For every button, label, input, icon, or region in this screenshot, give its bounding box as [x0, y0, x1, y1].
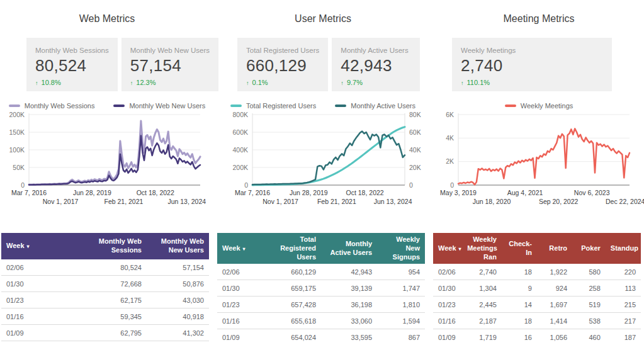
cell-value: 654,024	[259, 329, 321, 345]
cell-value: 2,445	[462, 297, 502, 313]
web-metrics-chart: 050K100K150K200KMar 7, 2016Nov 1, 2017Ju…	[1, 111, 213, 210]
cell-value: 538	[572, 313, 606, 329]
meeting-metrics-table: Week▾Weekly Meetings RanCheck-InRetroPok…	[433, 233, 641, 345]
sort-dropdown-icon[interactable]: ▾	[243, 246, 246, 252]
up-arrow-icon: ↑	[246, 80, 249, 86]
column-header-week[interactable]: Week▾	[433, 233, 462, 264]
axis-tick-label: Nov 1, 2017	[43, 198, 79, 205]
legend-label: Total Registered Users	[246, 102, 316, 110]
cell-value: 18	[502, 313, 537, 329]
axis-tick-label: Aug 4, 2021	[507, 189, 543, 196]
axis-tick-label: 20K	[409, 164, 421, 171]
table-row: 01/232,445141,697519215	[433, 297, 641, 313]
scorecard-value: 57,154	[130, 56, 210, 76]
cell-value: 660,129	[259, 264, 321, 280]
cell-value: 62,175	[84, 292, 147, 308]
column-header[interactable]: Poker	[572, 233, 606, 264]
axis-tick-label: Nov 6, 2023	[574, 189, 610, 196]
cell-value: 460	[572, 329, 606, 345]
column-header[interactable]: Standup	[606, 233, 641, 264]
scorecard-label: Monthly Web New Users	[130, 47, 210, 54]
axis-tick-label: Jun 28, 2019	[73, 189, 111, 196]
legend-swatch-icon	[9, 105, 20, 107]
table-header-row: Week▾Weekly Meetings RanCheck-InRetroPok…	[433, 233, 641, 264]
column-header[interactable]: Monthly Web New Users	[147, 233, 209, 259]
cell-week: 01/16	[217, 313, 259, 329]
table-row: 01/162,187181,414538217	[433, 313, 641, 329]
axis-tick-label: 6K	[446, 111, 454, 118]
cell-value: 657,428	[259, 297, 321, 313]
sort-dropdown-icon[interactable]: ▾	[459, 246, 461, 252]
cell-value: 954	[377, 264, 425, 280]
cell-value: 113	[606, 280, 641, 297]
legend-label: Weekly Meetings	[521, 102, 573, 110]
axis-tick-label: Feb 21, 2021	[104, 198, 143, 205]
scorecard-value: 80,524	[35, 56, 109, 76]
cell-value: 1,594	[377, 313, 425, 329]
axis-tick-label: 80K	[409, 111, 421, 118]
scorecard-delta: ↑ 12.3%	[130, 79, 210, 86]
legend-swatch-icon	[230, 105, 242, 107]
table-row: 02/06660,12942,943954	[217, 264, 425, 280]
cell-week: 01/16	[1, 308, 84, 325]
cell-week: 01/23	[433, 297, 462, 313]
cell-value: 2,740	[462, 264, 502, 280]
scorecard-delta: ↑ 0.1%	[246, 79, 319, 86]
cell-week: 02/06	[433, 264, 462, 280]
column-header[interactable]: Monthly Web Sessions	[84, 233, 147, 259]
scorecard-value: 42,943	[341, 56, 411, 76]
sort-dropdown-icon[interactable]: ▾	[27, 244, 30, 249]
cell-value: 580	[572, 264, 606, 280]
cell-value: 43,030	[147, 292, 209, 308]
series-line	[29, 121, 200, 184]
legend-swatch-icon	[335, 105, 346, 107]
axis-tick-label: 200K	[9, 111, 25, 118]
cell-value: 1,056	[537, 329, 572, 345]
cell-week: 02/06	[1, 259, 84, 276]
cell-value: 80,524	[84, 259, 147, 276]
up-arrow-icon: ↑	[461, 80, 464, 86]
cell-week: 01/30	[433, 280, 462, 297]
table-row: 01/091,719161,056460187	[433, 329, 641, 345]
axis-tick-label: 800K	[232, 111, 248, 118]
table-row: 01/1659,34540,918	[1, 308, 209, 325]
legend-label: Monthly Active Users	[351, 102, 415, 110]
column-header[interactable]: Check-In	[502, 233, 537, 264]
column-header[interactable]: Total Registered Users	[259, 233, 321, 264]
cell-week: 01/23	[1, 292, 84, 308]
up-arrow-icon: ↑	[130, 80, 133, 86]
column-header[interactable]: Weekly Meetings Ran	[462, 233, 502, 264]
axis-tick-label: Sep 20, 2022	[539, 198, 579, 205]
scorecard-delta: ↑ 9.7%	[341, 79, 411, 86]
legend-item: Total Registered Users	[230, 102, 316, 110]
axis-tick-label: 0	[450, 181, 454, 189]
cell-value: 519	[572, 297, 606, 313]
column-header[interactable]: Retro	[537, 233, 572, 264]
cell-week: 01/09	[217, 329, 259, 345]
axis-tick-label: 0	[21, 181, 25, 189]
meeting-metrics-tablewrap: Week▾Weekly Meetings RanCheck-InRetroPok…	[433, 233, 644, 345]
cell-value: 39,139	[321, 280, 377, 297]
up-arrow-icon: ↑	[341, 80, 344, 86]
table-row: 01/09654,02433,595867	[217, 329, 425, 345]
axis-tick-label: Mar 7, 2016	[11, 189, 47, 196]
dashboard: Web Metrics Monthly Web Sessions80,524↑ …	[0, 0, 644, 345]
cell-value: 2,187	[462, 313, 502, 329]
section-meeting-metrics: Meeting Metrics Weekly Meetings2,740↑ 11…	[433, 0, 644, 345]
cell-value: 1,697	[537, 297, 572, 313]
user-metrics-chart: 0200K400K600K800K020K40K60K80KMar 7, 201…	[217, 111, 429, 210]
column-header-week[interactable]: Week▾	[217, 233, 259, 264]
column-header[interactable]: Weekly New Signups	[377, 233, 425, 264]
legend-swatch-icon	[113, 105, 125, 107]
cell-value: 1,747	[377, 280, 425, 297]
column-header-week[interactable]: Week▾	[1, 233, 84, 259]
cell-value: 50,876	[147, 276, 209, 292]
axis-tick-label: 0	[409, 181, 413, 189]
legend-item: Weekly Meetings	[505, 102, 573, 110]
table-row: 01/23657,42836,1981,810	[217, 297, 425, 313]
cell-value: 18	[502, 264, 537, 280]
section-web-metrics: Web Metrics Monthly Web Sessions80,524↑ …	[1, 0, 213, 345]
scorecard: Weekly Meetings2,740↑ 110.1%	[452, 38, 612, 91]
column-header[interactable]: Monthly Active Users	[321, 233, 377, 264]
axis-tick-label: 400K	[232, 146, 248, 154]
